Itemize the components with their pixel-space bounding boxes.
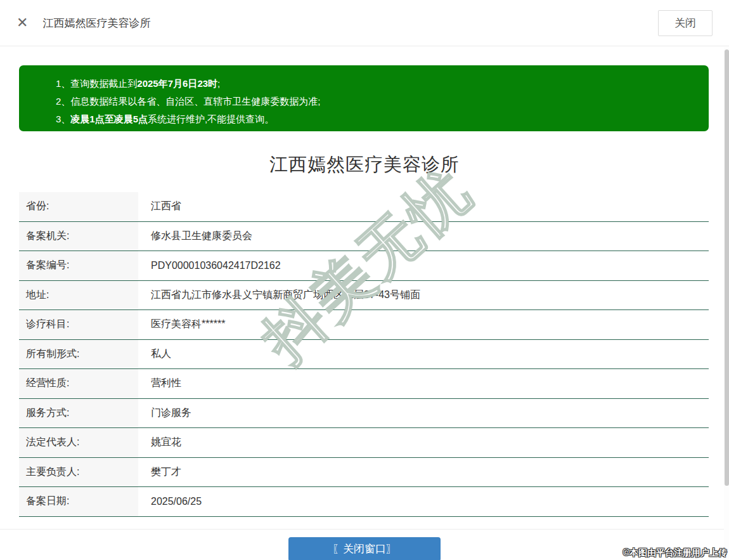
table-row: 诊疗科目:医疗美容科****** — [19, 310, 709, 340]
notice-line-1-bold: 2025年7月6日23时 — [137, 78, 217, 89]
window-title: 江西嫣然医疗美容诊所 — [42, 16, 150, 30]
row-label: 主要负责人: — [19, 458, 138, 487]
notice-line-1-pre: 查询数据截止到 — [70, 78, 137, 89]
window-titlebar: ✕ 江西嫣然医疗美容诊所 关闭 — [0, 0, 729, 46]
row-label: 诊疗科目: — [19, 310, 138, 339]
row-label: 所有制形式: — [19, 340, 138, 369]
notice-line-1: 1、查询数据截止到2025年7月6日23时; — [56, 75, 696, 93]
table-row: 地址:江西省九江市修水县义宁镇新商贸广场西区二层37-43号铺面 — [19, 281, 709, 311]
table-row: 经营性质:营利性 — [19, 369, 709, 399]
table-row: 所有制形式:私人 — [19, 340, 709, 370]
row-value: 营利性 — [138, 369, 709, 398]
close-button[interactable]: 关闭 — [658, 10, 713, 36]
row-label: 法定代表人: — [19, 428, 138, 457]
close-x-icon[interactable]: ✕ — [16, 16, 28, 30]
footer-actions: 〖关闭窗口〗 — [0, 537, 729, 560]
row-value: 修水县卫生健康委员会 — [138, 222, 709, 251]
row-value: 门诊服务 — [138, 399, 709, 428]
row-label: 备案机关: — [19, 222, 138, 251]
footer-divider — [0, 529, 729, 530]
notice-line-2-num: 2、 — [56, 96, 70, 107]
notice-line-3-post: 系统进行维护,不能提供查询。 — [148, 114, 274, 124]
row-value: 私人 — [138, 340, 709, 369]
notice-line-1-post: ; — [217, 78, 220, 89]
row-value: 医疗美容科****** — [138, 310, 709, 339]
row-value: 江西省 — [138, 192, 709, 221]
table-row: 备案日期:2025/06/25 — [19, 487, 709, 517]
row-label: 省份: — [19, 192, 138, 221]
row-label: 服务方式: — [19, 399, 138, 428]
table-row: 服务方式:门诊服务 — [19, 399, 709, 429]
row-value: 姚宜花 — [138, 428, 709, 457]
notice-line-1-num: 1、 — [56, 78, 70, 89]
row-value: PDY00001036042417D2162 — [138, 251, 709, 280]
record-title: 江西嫣然医疗美容诊所 — [0, 152, 729, 178]
row-label: 备案编号: — [19, 251, 138, 280]
table-row: 备案编号:PDY00001036042417D2162 — [19, 251, 709, 281]
notice-line-3-bold: 凌晨1点至凌晨5点 — [70, 114, 148, 124]
row-label: 地址: — [19, 281, 138, 310]
row-value: 2025/06/25 — [138, 487, 709, 516]
row-value: 樊丁才 — [138, 458, 709, 487]
table-row: 备案机关:修水县卫生健康委员会 — [19, 222, 709, 252]
notice-line-2-pre: 信息数据结果以各省、自治区、直辖市卫生健康委数据为准; — [70, 96, 320, 107]
table-row: 主要负责人:樊丁才 — [19, 458, 709, 488]
table-row: 省份:江西省 — [19, 192, 709, 222]
row-label: 经营性质: — [19, 369, 138, 398]
close-window-button[interactable]: 〖关闭窗口〗 — [288, 537, 441, 560]
vertical-scrollbar[interactable] — [724, 47, 729, 560]
row-value: 江西省九江市修水县义宁镇新商贸广场西区二层37-43号铺面 — [138, 281, 709, 310]
notice-line-3: 3、凌晨1点至凌晨5点系统进行维护,不能提供查询。 — [56, 110, 696, 128]
notice-banner: 1、查询数据截止到2025年7月6日23时; 2、信息数据结果以各省、自治区、直… — [19, 65, 709, 131]
notice-line-2: 2、信息数据结果以各省、自治区、直辖市卫生健康委数据为准; — [56, 93, 696, 110]
info-table: 省份:江西省备案机关:修水县卫生健康委员会备案编号:PDY00001036042… — [19, 192, 709, 517]
notice-line-3-num: 3、 — [56, 114, 70, 124]
scrollbar-thumb[interactable] — [725, 49, 729, 486]
table-row: 法定代表人:姚宜花 — [19, 428, 709, 458]
row-label: 备案日期: — [19, 487, 138, 516]
